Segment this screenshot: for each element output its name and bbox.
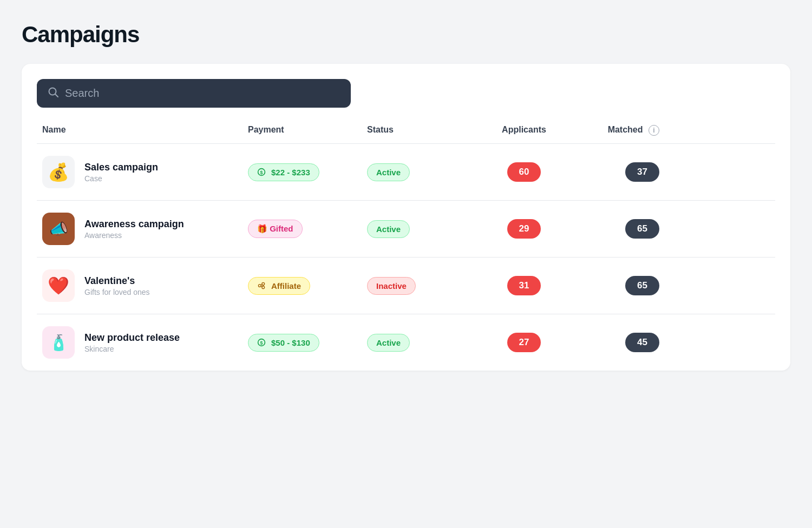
matched-count: 65 (625, 276, 659, 295)
campaign-icon: ❤️ (42, 269, 75, 302)
payment-badge: 🎁 Gifted (248, 220, 303, 238)
campaign-cell: ❤️ Valentine's Gifts for loved ones (42, 269, 248, 302)
search-bar[interactable] (37, 79, 351, 108)
col-name: Name (42, 125, 248, 136)
page-title: Campaigns (22, 22, 790, 48)
table-row[interactable]: ❤️ Valentine's Gifts for loved ones Affi… (37, 258, 775, 314)
applicants-cell: 31 (475, 276, 573, 295)
applicants-count: 60 (507, 162, 541, 182)
applicants-cell: 29 (475, 219, 573, 239)
matched-cell: 65 (573, 219, 659, 239)
svg-point-6 (262, 286, 265, 289)
campaign-cell: 📣 Awareness campaign Awareness (42, 213, 248, 245)
payment-cell: Affiliate (248, 277, 367, 295)
campaign-cell: 💰 Sales campaign Case (42, 156, 248, 188)
payment-cell: $$22 - $233 (248, 163, 367, 181)
campaign-name: Valentine's (84, 275, 150, 287)
payment-badge: Affiliate (248, 277, 310, 295)
table-row[interactable]: 📣 Awareness campaign Awareness 🎁 Gifted … (37, 201, 775, 258)
matched-cell: 65 (573, 276, 659, 295)
matched-count: 37 (625, 162, 659, 182)
status-cell: Active (367, 220, 475, 238)
status-cell: Inactive (367, 277, 475, 295)
campaign-sub: Case (84, 174, 158, 183)
table-header: Name Payment Status Applicants Matched i (37, 125, 775, 144)
status-badge: Active (367, 334, 410, 352)
payment-cell: 🎁 Gifted (248, 220, 367, 238)
applicants-count: 31 (507, 276, 541, 295)
campaign-cell: 🧴 New product release Skincare (42, 326, 248, 359)
status-cell: Active (367, 163, 475, 181)
svg-text:$: $ (260, 340, 263, 346)
svg-point-5 (262, 282, 265, 285)
matched-count: 65 (625, 219, 659, 239)
applicants-cell: 27 (475, 333, 573, 352)
svg-text:$: $ (260, 170, 263, 175)
campaign-sub: Skincare (84, 345, 180, 353)
status-cell: Active (367, 334, 475, 352)
campaign-icon: 📣 (42, 213, 75, 245)
col-applicants: Applicants (475, 125, 573, 136)
table-body: 💰 Sales campaign Case $$22 - $233 Active… (37, 144, 775, 371)
col-status: Status (367, 125, 475, 136)
col-matched: Matched i (573, 125, 659, 136)
table-row[interactable]: 💰 Sales campaign Case $$22 - $233 Active… (37, 144, 775, 201)
svg-point-4 (258, 285, 261, 287)
status-badge: Inactive (367, 277, 416, 295)
matched-count: 45 (625, 333, 659, 352)
search-icon (48, 87, 58, 100)
table-row[interactable]: 🧴 New product release Skincare $$50 - $1… (37, 314, 775, 371)
matched-cell: 45 (573, 333, 659, 352)
campaign-name: New product release (84, 332, 180, 344)
applicants-cell: 60 (475, 162, 573, 182)
campaign-sub: Awareness (84, 231, 184, 240)
payment-cell: $$50 - $130 (248, 334, 367, 352)
campaign-icon: 🧴 (42, 326, 75, 359)
status-badge: Active (367, 163, 410, 181)
matched-cell: 37 (573, 162, 659, 182)
campaign-name: Sales campaign (84, 162, 158, 173)
status-badge: Active (367, 220, 410, 238)
col-payment: Payment (248, 125, 367, 136)
applicants-count: 27 (507, 333, 541, 352)
campaign-name: Awareness campaign (84, 219, 184, 230)
campaigns-card: Name Payment Status Applicants Matched i… (22, 64, 790, 371)
payment-badge: $$50 - $130 (248, 334, 319, 352)
campaign-icon: 💰 (42, 156, 75, 188)
search-input[interactable] (65, 87, 340, 100)
campaign-sub: Gifts for loved ones (84, 288, 150, 296)
svg-line-1 (55, 94, 58, 97)
applicants-count: 29 (507, 219, 541, 239)
payment-badge: $$22 - $233 (248, 163, 319, 181)
matched-info-icon[interactable]: i (649, 125, 659, 136)
